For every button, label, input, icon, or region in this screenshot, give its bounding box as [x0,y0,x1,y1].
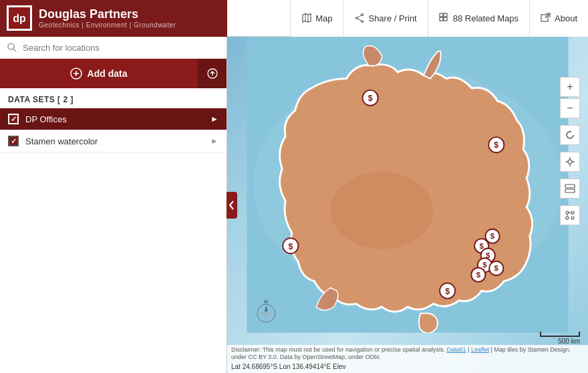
svg-point-51 [566,211,569,214]
dataset-checkbox-dp-offices [8,114,19,124]
search-icon [7,42,17,53]
share-icon [354,13,365,23]
header: dp Douglas Partners Geotechnics | Enviro… [0,0,588,37]
chevron-right-icon-2: ► [210,136,218,146]
zoom-out-button[interactable]: − [560,98,580,118]
leaflet-link[interactable]: Leaflet [471,346,489,353]
svg-point-3 [361,21,363,23]
coordinates-display: Lat 24.68695°S Lon 136.49414°E Elev [231,363,345,370]
svg-text:$: $ [476,271,481,279]
svg-point-52 [571,211,574,214]
svg-point-54 [571,217,574,219]
map-icon [301,13,312,23]
datasets-header: DATA SETS [ 2 ] [0,88,227,108]
svg-text:$: $ [482,261,487,269]
svg-line-14 [13,49,16,51]
svg-line-5 [358,15,361,17]
grid-icon [439,13,450,23]
svg-point-4 [356,17,358,19]
svg-text:dp: dp [13,13,26,24]
reset-view-button[interactable] [560,125,580,145]
svg-text:$: $ [490,232,495,240]
related-maps-button[interactable]: 88 Related Maps [428,0,529,37]
svg-point-13 [8,43,14,49]
refresh-icon [565,130,575,140]
nav-buttons: Map Share / Print 88 Related Maps About [290,0,588,37]
company-tagline: Geotechnics | Environment | Groundwater [39,21,176,29]
svg-rect-50 [565,189,575,193]
svg-rect-49 [565,184,575,188]
main-layout: Add data DATA SETS [ 2 ] DP Offices ► St… [0,37,588,373]
coordinates-bar: Lat 24.68695°S Lon 136.49414°E Elev [231,362,584,372]
svg-rect-10 [444,17,447,21]
upload-button[interactable] [197,59,227,88]
scale-bar: 500 km [540,332,580,345]
svg-point-44 [568,160,572,164]
scale-label: 500 km [558,338,580,345]
dataset-label-dp-offices: DP Offices [25,114,210,124]
scale-line [540,332,580,337]
layers-button[interactable] [560,178,580,199]
crosshair-icon [565,157,575,166]
svg-line-6 [358,19,361,21]
dataset-item-stamen[interactable]: Stamen watercolor ► [0,130,227,152]
svg-point-2 [361,14,363,16]
map-bottom-bar: Disclaimer: This map must not be used fo… [227,345,588,373]
about-button[interactable]: About [529,0,588,37]
svg-text:N: N [265,299,269,305]
upload-icon [207,68,218,79]
measure-button[interactable] [560,205,580,225]
svg-text:$: $ [288,242,293,251]
svg-rect-7 [440,13,443,17]
external-icon [541,13,551,23]
chevron-right-icon: ► [210,114,218,124]
chevron-left-icon [229,201,235,210]
plus-circle-icon [70,68,82,80]
collapse-sidebar-button[interactable] [227,192,237,219]
svg-text:$: $ [494,140,498,150]
dataset-item-dp-offices[interactable]: DP Offices ► [0,108,227,130]
sidebar: Add data DATA SETS [ 2 ] DP Offices ► St… [0,37,227,373]
svg-point-53 [566,217,569,219]
logo-area: dp Douglas Partners Geotechnics | Enviro… [0,0,227,37]
data61-link[interactable]: Data61 [447,346,466,353]
share-nav-button[interactable]: Share / Print [343,0,427,37]
logo-icon: dp [7,5,32,31]
add-data-bar: Add data [0,59,227,88]
svg-text:$: $ [494,264,499,272]
svg-point-21 [331,172,434,249]
map-nav-button[interactable]: Map [290,0,343,37]
measure-icon [565,211,575,220]
australia-map: $ $ $ $ $ $ [227,37,588,333]
svg-rect-8 [444,13,447,17]
svg-rect-9 [440,17,443,21]
svg-rect-11 [541,15,548,21]
dataset-checkbox-stamen [8,136,19,146]
locate-button[interactable] [560,152,580,172]
svg-text:$: $ [368,94,373,103]
zoom-in-button[interactable]: + [560,77,580,97]
layers-icon [565,184,575,193]
map-controls: + − [560,77,580,225]
search-input[interactable] [23,43,220,53]
add-data-button[interactable]: Add data [0,59,197,88]
dataset-label-stamen: Stamen watercolor [25,136,210,146]
svg-text:$: $ [479,242,484,250]
logo-text-block: Douglas Partners Geotechnics | Environme… [39,7,176,29]
company-name: Douglas Partners [39,7,176,22]
svg-text:$: $ [445,287,450,296]
map-disclaimer: Disclaimer: This map must not be used fo… [231,346,584,362]
search-bar [0,37,227,59]
map-container[interactable]: $ $ $ $ $ $ [227,37,588,373]
